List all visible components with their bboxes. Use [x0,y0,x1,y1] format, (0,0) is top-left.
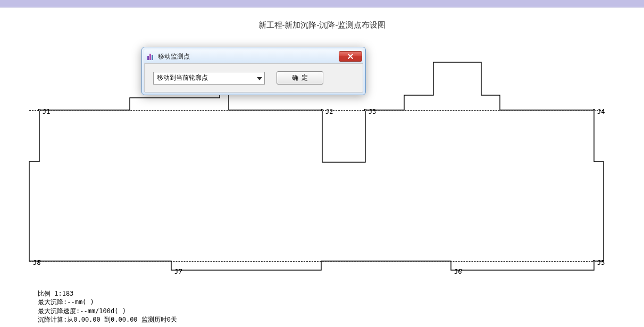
point-marker-j4[interactable] [593,109,595,111]
stats-block: 比例 1:183 最大沉降:--mm( ) 最大沉降速度:--mm/100d( … [38,289,177,324]
stat-calc: 沉降计算:从0.00.00 到0.00.00 监测历时0天 [38,315,177,324]
move-target-select[interactable]: 移动到当前轮廓点 [153,72,265,85]
svg-rect-1 [149,54,151,60]
close-button[interactable] [339,51,362,62]
chevron-down-icon [257,74,262,82]
app-icon [146,52,155,61]
stat-max-settle: 最大沉降:--mm( ) [38,298,177,306]
guide-line-top [29,110,604,111]
dialog-body: 移动到当前轮廓点 确定 [144,63,363,93]
move-point-dialog: 移动监测点 移动到当前轮廓点 确定 [141,47,366,95]
point-label-j3: J3 [369,108,376,115]
stat-scale: 比例 1:183 [38,289,177,298]
svg-rect-0 [147,56,149,60]
top-strip [0,0,644,7]
guide-line-bottom [29,261,604,262]
close-icon [347,53,354,60]
point-label-j1: J1 [43,108,50,115]
point-label-j2: J2 [325,108,333,115]
page-title: 新工程-新加沉降-沉降-监测点布设图 [0,20,644,30]
point-label-j6: J6 [454,268,462,275]
point-label-j7: J7 [174,268,182,275]
confirm-button[interactable]: 确定 [277,71,323,85]
select-value: 移动到当前轮廓点 [157,73,208,82]
dialog-title: 移动监测点 [158,52,339,61]
point-marker-j1[interactable] [38,109,40,111]
point-marker-j5[interactable] [593,260,595,262]
point-marker-j3[interactable] [364,109,366,111]
point-marker-j2[interactable] [321,109,323,111]
point-label-j5: J5 [597,259,605,266]
stat-max-speed: 最大沉降速度:--mm/100d( ) [38,307,177,315]
svg-rect-2 [152,55,153,60]
point-label-j8: J8 [33,259,40,266]
point-label-j4: J4 [597,108,605,115]
dialog-titlebar[interactable]: 移动监测点 [144,49,363,63]
